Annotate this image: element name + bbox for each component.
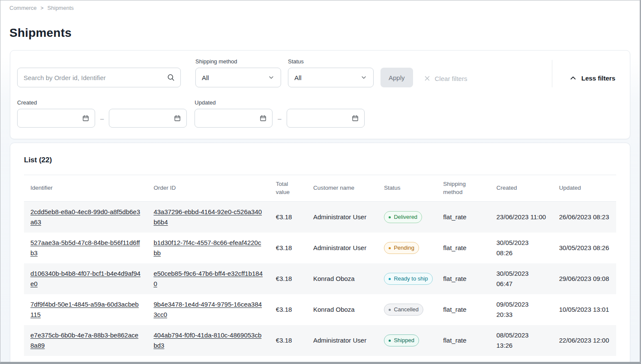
calendar-icon [351,114,359,122]
created-cell: 30/05/2023 08:26 [490,233,553,263]
shipping-method-filter: Shipping method All [195,58,281,87]
status-label: Cancelled [394,306,419,313]
table-row: 2cdd5eb8-e8a0-4ec8-99d0-a8f5db6e3a63 43a… [24,202,616,233]
status-badge: Cancelled [384,304,423,316]
updated-cell: 30/05/2023 08:26 [553,233,616,263]
breadcrumb-separator: > [41,5,44,11]
date-range-separator: – [100,115,104,122]
status-badge: Delivered [384,211,422,223]
column-header-order-id: Order ID [147,175,269,202]
status-label: Shipped [394,337,414,344]
updated-label: Updated [195,99,364,106]
shipping-method-value: All [202,74,209,81]
order-id-link[interactable]: e50ceb85-f9c6-47b6-bff4-e32cff1b1840 [153,270,263,287]
status-value: All [294,74,302,81]
order-id-link[interactable]: 43a37296-ebbd-4164-92e0-c526a340b6b4 [153,208,262,226]
shipping-method-cell: flat_rate [437,263,490,294]
status-badge: Shipped [384,334,419,346]
chevron-down-icon [268,74,275,81]
column-header-status: Status [377,175,437,202]
created-cell: 23/06/2023 11:00 [490,202,553,233]
updated-cell: 10/05/2023 13:01 [553,294,616,325]
customer-name-cell: Administrator User [307,325,377,356]
table-row: 7df9f4bd-50e1-4845-a59a-60d3acbeb115 9b4… [24,294,616,325]
updated-date-filter: Updated – [195,99,364,128]
status-dot-icon [389,278,391,280]
page-title: Shipments [9,27,640,39]
total-value-cell: €3.18 [270,263,307,294]
list-title: List (22) [24,156,616,164]
total-value-cell: €3.18 [270,325,307,356]
search-input[interactable] [17,68,181,87]
customer-name-cell: Konrad Oboza [307,263,377,294]
created-cell: 09/05/2023 20:33 [490,294,553,325]
apply-button[interactable]: Apply [380,68,413,87]
identifier-link[interactable]: 2cdd5eb8-e8a0-4ec8-99d0-a8f5db6e3a63 [30,208,140,226]
created-from-input[interactable] [17,109,95,128]
shipping-method-cell: flat_rate [437,325,490,356]
identifier-link[interactable]: 7df9f4bd-50e1-4845-a59a-60d3acbeb115 [30,301,139,318]
identifier-link[interactable]: 527aae3a-5b5d-47c8-84be-b56f11d6ffb3 [30,239,140,257]
created-cell: 08/05/2023 13:26 [490,325,553,356]
column-header-total-value: Total value [270,175,307,202]
updated-to-input[interactable] [287,109,365,128]
column-header-updated: Updated [553,175,616,202]
search-field [17,68,181,87]
status-dot-icon [389,247,391,249]
less-filters-toggle[interactable]: Less filters [569,75,615,82]
calendar-icon [259,114,267,122]
filters-divider [552,60,552,87]
shipping-method-label: Shipping method [195,58,281,65]
identifier-link[interactable]: d106340b-b4b8-4f07-bcf1-b4e4d9af94e0 [30,270,141,287]
status-dot-icon [389,340,391,342]
column-header-created: Created [490,175,553,202]
updated-cell: 26/06/2023 08:23 [553,202,616,233]
customer-name-cell: Administrator User [307,202,377,233]
created-to-input[interactable] [109,109,187,128]
breadcrumb-shipments[interactable]: Shipments [48,5,74,11]
table-row: e7e375cb-6b0b-4e7a-88b3-be862ace8a89 404… [24,325,616,356]
identifier-link[interactable]: e7e375cb-6b0b-4e7a-88b3-be862ace8a89 [30,331,138,349]
status-select[interactable]: All [288,68,374,87]
chevron-up-icon [569,75,577,82]
status-badge: Ready to ship [384,273,433,285]
order-id-link[interactable]: 404ab794-f0f0-41da-810c-4869053cbbd3 [153,331,261,349]
status-filter: Status All [288,58,374,87]
filters-panel: Shipping method All Status All [10,50,630,139]
shipping-method-cell: flat_rate [437,233,490,263]
customer-name-cell: Konrad Oboza [307,294,377,325]
clear-filters-button[interactable]: Clear filters [423,75,467,82]
chevron-down-icon [360,74,367,81]
table-row: d106340b-b4b8-4f07-bcf1-b4e4d9af94e0 e50… [24,263,616,294]
shipments-page: Commerce > Shipments Shipments Shipping … [0,0,641,364]
order-id-link[interactable]: 9b4e3478-1e4d-4974-9795-16cea3843cc0 [153,301,262,318]
status-dot-icon [389,216,391,218]
updated-from-input[interactable] [195,109,273,128]
table-header-row: Identifier Order ID Total value Customer… [24,175,616,202]
order-id-link[interactable]: b1d30f12-7f4c-4557-8c66-efeaf4220cbb [153,239,261,257]
breadcrumb-commerce[interactable]: Commerce [9,5,37,11]
updated-cell: 29/06/2023 09:08 [553,263,616,294]
total-value-cell: €3.18 [270,233,307,263]
shipping-method-cell: flat_rate [437,202,490,233]
calendar-icon [174,114,181,122]
column-header-shipping-method: Shipping method [437,175,490,202]
shipments-table: Identifier Order ID Total value Customer… [24,175,616,356]
date-range-separator: – [278,115,281,122]
less-filters-label: Less filters [581,75,615,82]
calendar-icon [82,114,90,122]
filters-row-dates: Created – [17,99,623,128]
shipments-list-card: List (22) Identifier Order ID Total valu… [10,143,630,364]
search-icon [167,73,175,82]
customer-name-cell: Administrator User [307,233,377,263]
breadcrumb: Commerce > Shipments [0,0,640,11]
status-label: Delivered [394,213,417,221]
total-value-cell: €3.18 [270,294,307,325]
filters-row-main: Shipping method All Status All [17,58,623,87]
created-label: Created [17,99,187,106]
shipping-method-select[interactable]: All [195,68,281,87]
total-value-cell: €3.18 [270,202,307,233]
clear-filters-label: Clear filters [435,75,467,82]
updated-cell: 22/06/2023 12:00 [553,325,616,356]
status-label: Ready to ship [394,275,428,283]
